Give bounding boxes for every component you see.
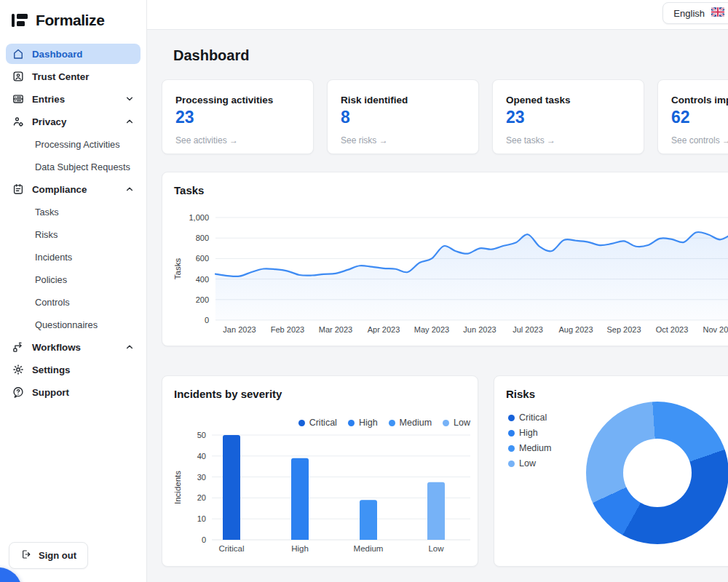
topbar: English [147,0,728,30]
risks-donut-chart [586,402,728,544]
stat-card-risk-identified: Risk identified8See risks → [327,79,479,154]
sidebar-item-compliance[interactable]: Compliance [6,179,141,199]
risks-chart-title: Risks [506,388,535,400]
svg-text:600: 600 [196,254,209,263]
sidebar-item-label: Workflows [32,342,81,353]
tasks-line-chart: 02004006008001,000Jan 2023Feb 2023Mar 20… [162,172,728,346]
stat-link[interactable]: See tasks → [506,135,630,146]
svg-text:40: 40 [197,452,206,461]
svg-text:Incidents: Incidents [173,471,182,504]
legend-item-low[interactable]: Low [508,458,551,469]
sidebar-item-privacy[interactable]: Privacy [6,111,141,132]
svg-text:0: 0 [202,535,206,544]
main-area: English Dashboard Processing activities2… [147,0,728,582]
stat-card-opened-tasks: Opened tasks23See tasks → [492,79,644,154]
sidebar-subitem-risks[interactable]: Risks [6,224,141,244]
stat-title: Opened tasks [506,95,630,105]
sidebar-item-label: Settings [32,364,70,375]
language-selector[interactable]: English [662,2,728,24]
stat-title: Risk identified [341,95,465,105]
sidebar-subitem-questionnaires[interactable]: Questionnaires [6,314,141,335]
svg-text:Medium: Medium [354,544,384,553]
svg-text:Feb 2023: Feb 2023 [271,325,304,334]
sidebar-item-label: Entries [32,94,65,105]
help-bubble-icon [12,386,25,399]
svg-text:Critical: Critical [218,544,244,553]
chevron-up-icon [124,342,135,352]
legend-label: High [519,428,538,438]
page-title: Dashboard [173,47,728,64]
stat-value: 62 [671,108,728,127]
workflow-icon [12,340,25,354]
sidebar-item-label: Trust Center [32,71,89,82]
svg-text:Jun 2023: Jun 2023 [463,325,496,334]
svg-text:Jul 2023: Jul 2023 [513,325,543,334]
home-icon [12,47,25,60]
legend-item-critical[interactable]: Critical [508,412,551,423]
svg-text:400: 400 [196,275,209,284]
sign-out-label: Sign out [39,550,76,561]
legend-label: Critical [519,412,547,423]
stat-link[interactable]: See risks → [341,135,465,146]
sidebar-nav: DashboardTrust CenterEntriesPrivacyProce… [6,44,141,404]
tasks-chart-card: Tasks 02004006008001,000Jan 2023Feb 2023… [162,172,728,346]
clipboard-icon [12,183,25,196]
sidebar-item-trust-center[interactable]: Trust Center [6,66,141,87]
stat-title: Controls implemented [671,95,728,105]
legend-item-high[interactable]: High [508,428,551,438]
legend-dot [508,461,515,467]
brand-name: Formalize [36,12,104,29]
svg-text:800: 800 [196,234,209,242]
logout-icon [20,549,32,562]
legend-dot [508,445,515,452]
svg-text:Low: Low [428,544,444,553]
sidebar-item-support[interactable]: Support [6,382,141,402]
svg-text:May 2023: May 2023 [414,325,449,334]
sidebar-subitem-tasks[interactable]: Tasks [6,202,141,222]
sidebar-item-settings[interactable]: Settings [6,359,141,380]
rows-icon [12,92,25,105]
sidebar-item-workflows[interactable]: Workflows [6,337,141,357]
svg-text:Oct 2023: Oct 2023 [656,325,689,334]
legend-label: Low [519,458,536,469]
stat-link[interactable]: See activities → [175,135,300,146]
svg-text:Jan 2023: Jan 2023 [223,325,256,334]
sidebar-item-entries[interactable]: Entries [6,89,141,109]
legend-item-medium[interactable]: Medium [508,443,551,453]
svg-text:200: 200 [196,295,209,304]
sidebar-item-label: Privacy [32,116,66,127]
sidebar-subitem-processing-activities[interactable]: Processing Activities [6,134,141,154]
sidebar-item-label: Support [32,387,69,398]
legend-dot [508,430,515,436]
svg-text:Aug 2023: Aug 2023 [558,325,593,334]
sign-out-button[interactable]: Sign out [9,542,88,569]
svg-text:High: High [291,544,309,553]
svg-text:50: 50 [197,431,206,439]
sidebar-subitem-policies[interactable]: Policies [6,269,141,290]
legend-label: Medium [519,443,551,453]
uk-flag-icon [711,7,724,19]
svg-text:10: 10 [197,514,206,523]
svg-text:Mar 2023: Mar 2023 [319,325,352,334]
stat-link[interactable]: See controls → [671,135,728,146]
sidebar-item-dashboard[interactable]: Dashboard [6,44,141,64]
gear-icon [12,363,25,376]
legend-dot [508,415,515,421]
chevron-up-icon [124,184,135,194]
sidebar: Formalize DashboardTrust CenterEntriesPr… [0,0,147,582]
language-label: English [673,8,705,19]
svg-text:1,000: 1,000 [189,213,209,222]
bottom-charts-row: Incidents by severity CriticalHighMedium… [162,375,728,567]
sidebar-subitem-incidents[interactable]: Incidents [6,247,141,267]
svg-text:Apr 2023: Apr 2023 [368,325,400,334]
sidebar-item-label: Dashboard [32,49,82,60]
risks-legend: CriticalHighMediumLow [508,412,551,469]
incidents-bar-chart: 01020304050CriticalHighMediumLowIncident… [162,376,478,567]
stat-value: 8 [341,108,465,127]
svg-text:30: 30 [197,473,206,482]
sidebar-subitem-data-subject-requests[interactable]: Data Subject Requests [6,156,141,177]
sidebar-subitem-controls[interactable]: Controls [6,292,141,312]
svg-text:Tasks: Tasks [173,258,182,280]
svg-text:0: 0 [205,316,209,324]
svg-text:20: 20 [197,493,206,502]
